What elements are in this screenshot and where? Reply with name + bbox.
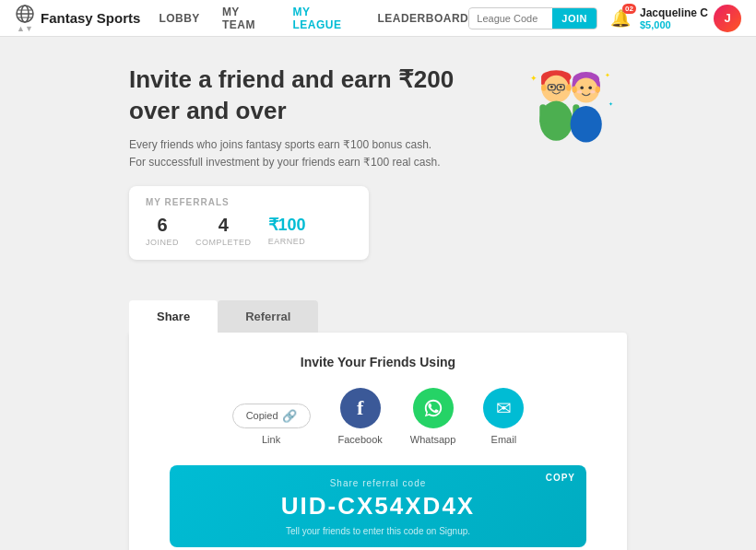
svg-point-30 (590, 90, 595, 94)
invite-desc-1: Every friends who joins fantasy sports e… (129, 136, 489, 171)
header: ▲▼ Fantasy Sports LOBBY MY TEAM MY LEAGU… (0, 0, 756, 37)
logo-arrows: ▲▼ (17, 24, 33, 33)
ref-code-sub: Tell your friends to enter this code on … (186, 526, 570, 536)
notification-bell[interactable]: 🔔 02 (610, 8, 631, 29)
ref-code-label: Share referral code (186, 478, 570, 488)
facebook-label: Facebook (338, 434, 383, 445)
tabs: Share Referral (129, 300, 627, 333)
invite-text: Invite a friend and earn ₹200 over and o… (129, 64, 489, 278)
facebook-icon: f (340, 388, 381, 428)
invite-illustration: ✦ ✦ ✦ (507, 64, 627, 151)
svg-point-25 (572, 86, 576, 92)
copy-code-label[interactable]: COPY (546, 473, 575, 483)
nav-my-team[interactable]: MY TEAM (222, 6, 271, 31)
join-button[interactable]: JOIN (552, 8, 597, 29)
notification-badge: 02 (622, 4, 636, 15)
email-label: Email (491, 434, 517, 445)
svg-text:✦: ✦ (605, 71, 610, 79)
stat-joined-label: JOINED (146, 238, 179, 247)
share-icons: Copied 🔗 Link f Facebook Whatsapp ✉ Emai… (151, 388, 605, 445)
share-panel: Invite Your Friends Using Copied 🔗 Link … (129, 333, 627, 550)
email-icon: ✉ (483, 388, 524, 428)
link-label: Link (262, 434, 280, 445)
main-nav: LOBBY MY TEAM MY LEAGUE LEADERBOARD (159, 6, 468, 31)
stat-earned-value: ₹100 (268, 215, 306, 235)
logo-icon-wrap: ▲▼ (15, 4, 35, 33)
svg-point-27 (580, 86, 584, 89)
avatar: J (714, 5, 741, 32)
league-input-wrap: JOIN (468, 7, 597, 29)
user-info[interactable]: Jacqueline C $5,000 J (640, 5, 741, 32)
copied-button[interactable]: Copied 🔗 (232, 404, 311, 428)
referrals-stats: 6 JOINED 4 COMPLETED ₹100 EARNED (146, 215, 352, 247)
stat-joined: 6 JOINED (146, 215, 179, 247)
share-whatsapp[interactable]: Whatsapp (410, 388, 456, 445)
share-facebook[interactable]: f Facebook (338, 388, 383, 445)
svg-point-29 (577, 90, 582, 94)
svg-text:✦: ✦ (608, 100, 613, 107)
svg-point-31 (571, 106, 602, 143)
main-content: Invite a friend and earn ₹200 over and o… (0, 37, 756, 550)
stat-earned-label: EARNED (268, 237, 306, 246)
league-code-input[interactable] (469, 9, 552, 28)
share-link[interactable]: Copied 🔗 Link (232, 404, 311, 445)
nav-lobby[interactable]: LOBBY (159, 12, 200, 25)
invite-svg: ✦ ✦ ✦ (507, 64, 627, 147)
svg-text:✦: ✦ (530, 74, 537, 83)
svg-point-15 (550, 86, 553, 88)
stat-completed-value: 4 (195, 215, 252, 236)
referral-code-box: Share referral code UID-CX54XD4X Tell yo… (170, 465, 586, 547)
invite-section: Invite a friend and earn ₹200 over and o… (129, 64, 627, 278)
svg-point-28 (588, 86, 592, 89)
stat-earned: ₹100 EARNED (268, 215, 306, 246)
nav-leaderboard[interactable]: LEADERBOARD (377, 12, 468, 25)
svg-point-24 (574, 77, 597, 100)
stat-completed: 4 COMPLETED (195, 215, 252, 247)
link-icon: 🔗 (282, 409, 297, 423)
invite-title: Invite a friend and earn ₹200 over and o… (129, 64, 489, 127)
whatsapp-icon (413, 388, 454, 428)
app-title: Fantasy Sports (41, 10, 140, 26)
header-actions: 🔔 02 Jacqueline C $5,000 J (610, 5, 741, 32)
svg-point-10 (541, 85, 546, 91)
user-balance: $5,000 (640, 19, 708, 30)
whatsapp-label: Whatsapp (410, 434, 456, 445)
tab-referral[interactable]: Referral (218, 300, 318, 333)
referrals-box: MY REFERRALS 6 JOINED 4 COMPLETED ₹100 E… (129, 186, 369, 260)
logo: ▲▼ Fantasy Sports (15, 4, 140, 33)
user-name: Jacqueline C (640, 6, 708, 19)
nav-my-league[interactable]: MY LEAGUE (293, 6, 356, 31)
ref-code: UID-CX54XD4X (186, 492, 570, 521)
svg-point-11 (566, 85, 571, 91)
stat-joined-value: 6 (146, 215, 179, 236)
svg-rect-18 (539, 104, 546, 124)
svg-point-16 (560, 86, 562, 88)
globe-icon (15, 4, 35, 24)
copied-label: Copied (246, 410, 278, 421)
tab-share[interactable]: Share (129, 300, 218, 333)
stat-completed-label: COMPLETED (195, 238, 252, 247)
svg-point-26 (596, 86, 600, 92)
share-email[interactable]: ✉ Email (483, 388, 524, 445)
share-title: Invite Your Friends Using (151, 355, 605, 369)
referrals-title: MY REFERRALS (146, 197, 352, 207)
